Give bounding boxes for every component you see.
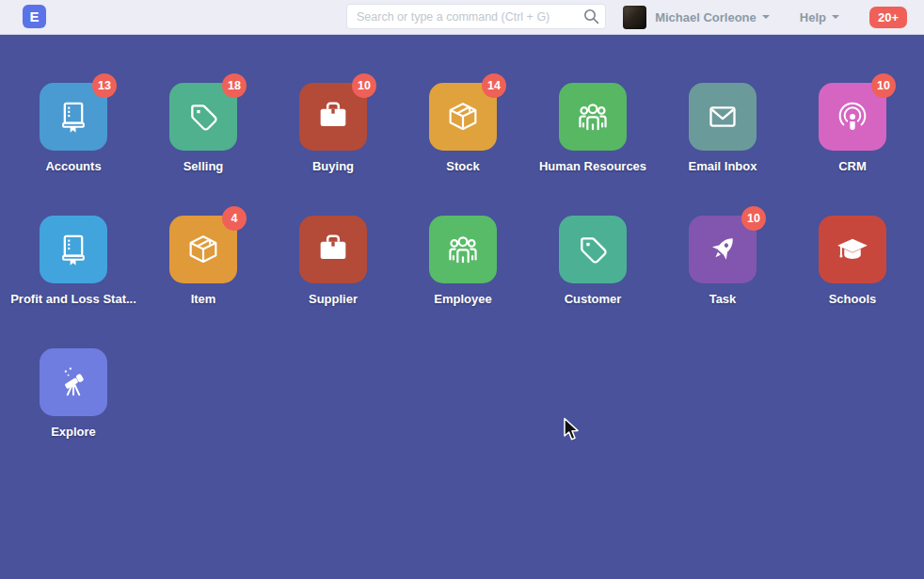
- module-tile-icon-box: 10: [689, 216, 757, 283]
- module-tile-item[interactable]: 4 Item: [138, 216, 268, 307]
- module-label: Supplier: [309, 292, 358, 307]
- user-menu[interactable]: Michael Corleone: [655, 10, 770, 24]
- module-count-badge: 4: [222, 206, 247, 231]
- module-count-badge: 14: [482, 73, 506, 98]
- module-label: Customer: [565, 292, 622, 307]
- module-count-badge: 10: [871, 73, 896, 98]
- module-tile-icon-box: [559, 83, 627, 151]
- module-tile-profit-and-loss-stat[interactable]: Profit and Loss Stat...: [8, 216, 138, 307]
- box-icon: [444, 98, 482, 136]
- module-tile-icon-box: 10: [299, 83, 367, 151]
- module-label: Employee: [434, 292, 491, 307]
- navbar: E Michael Corleone Help 20+: [0, 0, 924, 35]
- module-tile-icon-box: 14: [429, 83, 497, 151]
- navbar-right: Michael Corleone Help 20+: [623, 0, 907, 34]
- module-tile-icon-box: [819, 216, 886, 283]
- module-tile-selling[interactable]: 18 Selling: [138, 83, 268, 174]
- module-label: CRM: [838, 159, 867, 174]
- box-icon: [184, 231, 222, 268]
- ledger-book-icon: [55, 231, 92, 268]
- module-tile-task[interactable]: 10 Task: [658, 216, 788, 307]
- module-label: Task: [709, 292, 737, 307]
- module-grid: 13 Accounts 18 Selling 10 Buying 14 Stoc…: [0, 35, 917, 481]
- app-logo[interactable]: E: [23, 5, 46, 28]
- module-label: Schools: [829, 292, 877, 307]
- user-name: Michael Corleone: [655, 10, 757, 24]
- module-tile-icon-box: [429, 216, 497, 283]
- module-tile-icon-box: [689, 83, 757, 151]
- global-search-input[interactable]: [346, 4, 606, 29]
- module-tile-icon-box: [40, 216, 107, 283]
- user-avatar[interactable]: [623, 6, 646, 29]
- chevron-down-icon: [762, 15, 770, 19]
- module-label: Stock: [446, 159, 479, 174]
- module-tile-explore[interactable]: Explore: [8, 348, 138, 440]
- module-tile-icon-box: 10: [819, 83, 886, 151]
- module-tile-icon-box: [299, 216, 367, 283]
- module-tile-icon-box: [40, 348, 107, 416]
- module-label: Accounts: [45, 159, 101, 174]
- people-group-icon: [443, 230, 483, 269]
- module-tile-icon-box: 13: [40, 83, 107, 151]
- module-tile-employee[interactable]: Employee: [398, 216, 528, 307]
- graduation-cap-icon: [834, 231, 871, 268]
- module-count-badge: 13: [92, 73, 117, 98]
- module-tile-icon-box: 4: [169, 216, 237, 283]
- briefcase-icon: [314, 231, 352, 268]
- module-label: Buying: [312, 159, 354, 174]
- module-tile-stock[interactable]: 14 Stock: [398, 83, 528, 174]
- module-count-badge: 10: [741, 206, 766, 231]
- ledger-book-icon: [55, 98, 92, 136]
- help-label: Help: [800, 10, 826, 24]
- module-count-badge: 10: [352, 73, 376, 98]
- module-tile-accounts[interactable]: 13 Accounts: [8, 83, 138, 174]
- tag-icon: [574, 231, 612, 268]
- module-tile-human-resources[interactable]: Human Resources: [528, 83, 658, 174]
- module-tile-buying[interactable]: 10 Buying: [268, 83, 398, 174]
- tag-icon: [184, 98, 222, 136]
- desk: 13 Accounts 18 Selling 10 Buying 14 Stoc…: [0, 35, 924, 481]
- telescope-icon: [55, 363, 92, 401]
- module-tile-email-inbox[interactable]: Email Inbox: [658, 83, 788, 174]
- module-label: Explore: [51, 425, 96, 440]
- module-label: Profit and Loss Stat...: [10, 292, 136, 307]
- briefcase-icon: [314, 98, 352, 136]
- module-tile-icon-box: [559, 216, 627, 283]
- module-label: Selling: [183, 159, 224, 174]
- help-menu[interactable]: Help: [800, 10, 839, 24]
- people-group-icon: [573, 97, 613, 137]
- search-icon[interactable]: [583, 8, 599, 24]
- person-broadcast-icon: [834, 98, 871, 136]
- module-label: Human Resources: [539, 159, 646, 174]
- chevron-down-icon: [832, 15, 839, 19]
- module-count-badge: 18: [222, 73, 247, 98]
- rocket-icon: [704, 231, 741, 268]
- module-tile-schools[interactable]: Schools: [788, 216, 917, 307]
- notifications-badge[interactable]: 20+: [869, 7, 907, 28]
- module-label: Item: [191, 292, 216, 307]
- module-tile-crm[interactable]: 10 CRM: [788, 83, 917, 174]
- module-label: Email Inbox: [689, 159, 757, 174]
- envelope-icon: [704, 98, 741, 136]
- module-tile-supplier[interactable]: Supplier: [268, 216, 398, 307]
- module-tile-icon-box: 18: [169, 83, 237, 151]
- global-search: [346, 4, 606, 29]
- module-tile-customer[interactable]: Customer: [528, 216, 658, 307]
